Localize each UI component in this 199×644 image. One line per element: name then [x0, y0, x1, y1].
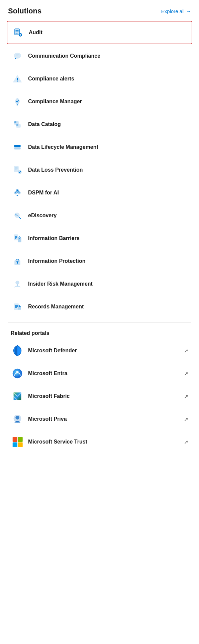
external-link-icon: ➚: [184, 393, 188, 400]
menu-item-communication-compliance[interactable]: Communication Compliance: [7, 45, 192, 67]
external-link-icon: ➚: [184, 370, 188, 377]
svg-rect-54: [14, 304, 19, 310]
portal-item-microsoft-service-trust[interactable]: Microsoft Service Trust ➚: [7, 431, 192, 453]
menu-item-audit-label: Audit: [29, 30, 42, 36]
microsoft-defender-icon: [11, 344, 24, 357]
svg-rect-22: [14, 148, 20, 149]
menu-item-insider-risk-management-label: Insider Risk Management: [28, 281, 93, 287]
microsoft-priva-icon: [11, 412, 24, 426]
svg-point-27: [18, 170, 21, 174]
svg-rect-62: [13, 437, 17, 442]
section-divider: [8, 323, 191, 323]
portal-item-microsoft-service-trust-label: Microsoft Service Trust: [28, 439, 181, 445]
menu-item-communication-compliance-label: Communication Compliance: [28, 53, 100, 59]
svg-line-38: [19, 217, 21, 219]
menu-item-dspm-for-ai-label: DSPM for AI: [28, 190, 59, 196]
menu-item-information-barriers[interactable]: Information Barriers: [7, 227, 192, 249]
portal-item-microsoft-priva-label: Microsoft Priva: [28, 416, 181, 422]
svg-point-53: [17, 286, 17, 286]
compliance-alerts-icon: [11, 72, 24, 85]
menu-item-compliance-alerts-label: Compliance alerts: [28, 76, 74, 82]
information-barriers-icon: [11, 232, 24, 245]
svg-rect-63: [18, 437, 22, 442]
related-portals-title: Related portals: [7, 328, 192, 340]
svg-rect-19: [16, 124, 18, 126]
external-link-icon: ➚: [184, 439, 188, 445]
svg-point-13: [17, 81, 18, 81]
portal-item-microsoft-defender-label: Microsoft Defender: [28, 348, 181, 354]
related-portals-section: Related portals Microsoft Defender ➚: [7, 328, 192, 453]
data-loss-prevention-icon: [11, 163, 24, 177]
data-lifecycle-management-icon: [11, 140, 24, 154]
svg-point-59: [16, 371, 18, 373]
svg-point-50: [16, 281, 19, 284]
menu-item-data-catalog[interactable]: Data Catalog: [7, 113, 192, 135]
solutions-menu: Audit Communication Compliance Complianc…: [7, 21, 192, 318]
compliance-manager-icon: [11, 95, 24, 108]
information-protection-icon: [11, 254, 24, 268]
svg-rect-65: [18, 442, 22, 447]
microsoft-fabric-icon: [11, 390, 24, 403]
communication-compliance-icon: [11, 49, 24, 63]
svg-point-8: [14, 53, 21, 58]
svg-rect-21: [14, 145, 20, 147]
menu-item-data-lifecycle-management[interactable]: Data Lifecycle Management: [7, 136, 192, 158]
svg-point-39: [15, 214, 17, 216]
portal-item-microsoft-priva[interactable]: Microsoft Priva ➚: [7, 408, 192, 430]
svg-rect-17: [14, 121, 16, 123]
menu-item-data-loss-prevention-label: Data Loss Prevention: [28, 167, 83, 173]
solutions-header: Solutions Explore all →: [7, 7, 192, 15]
records-management-icon: [11, 300, 24, 313]
menu-item-compliance-manager[interactable]: Compliance Manager: [7, 91, 192, 113]
menu-item-records-management-label: Records Management: [28, 304, 84, 310]
dspm-for-ai-icon: [11, 186, 24, 199]
portal-item-microsoft-entra-label: Microsoft Entra: [28, 370, 181, 376]
portal-item-microsoft-defender[interactable]: Microsoft Defender ➚: [7, 340, 192, 362]
menu-item-ediscovery-label: eDiscovery: [28, 213, 57, 219]
menu-item-information-barriers-label: Information Barriers: [28, 235, 80, 241]
data-catalog-icon: [11, 118, 24, 131]
audit-icon: [11, 26, 25, 39]
svg-rect-15: [17, 104, 18, 105]
svg-point-33: [17, 190, 18, 191]
menu-item-audit[interactable]: Audit: [7, 21, 192, 44]
menu-item-ediscovery[interactable]: eDiscovery: [7, 204, 192, 227]
menu-item-data-lifecycle-management-label: Data Lifecycle Management: [28, 144, 98, 150]
portal-item-microsoft-entra[interactable]: Microsoft Entra ➚: [7, 362, 192, 385]
svg-point-31: [15, 192, 16, 193]
menu-item-information-protection[interactable]: Information Protection: [7, 250, 192, 272]
explore-all-link[interactable]: Explore all →: [161, 8, 191, 14]
menu-item-records-management[interactable]: Records Management: [7, 296, 192, 318]
microsoft-entra-icon: [11, 367, 24, 380]
menu-item-dspm-for-ai[interactable]: DSPM for AI: [7, 182, 192, 204]
portal-item-microsoft-fabric[interactable]: Microsoft Fabric ➚: [7, 385, 192, 407]
ediscovery-icon: [11, 209, 24, 222]
svg-rect-64: [13, 442, 17, 447]
svg-point-61: [15, 416, 19, 419]
menu-item-compliance-manager-label: Compliance Manager: [28, 99, 82, 105]
external-link-icon: ➚: [184, 416, 188, 422]
svg-point-32: [19, 192, 20, 193]
menu-item-data-catalog-label: Data Catalog: [28, 121, 61, 127]
menu-item-compliance-alerts[interactable]: Compliance alerts: [7, 68, 192, 90]
menu-item-data-loss-prevention[interactable]: Data Loss Prevention: [7, 159, 192, 181]
insider-risk-management-icon: [11, 277, 24, 291]
menu-item-information-protection-label: Information Protection: [28, 258, 86, 264]
external-link-icon: ➚: [184, 348, 188, 354]
svg-point-58: [13, 369, 22, 378]
menu-item-insider-risk-management[interactable]: Insider Risk Management: [7, 273, 192, 295]
portal-item-microsoft-fabric-label: Microsoft Fabric: [28, 393, 181, 399]
solutions-title: Solutions: [8, 7, 41, 15]
microsoft-service-trust-icon: [11, 435, 24, 449]
